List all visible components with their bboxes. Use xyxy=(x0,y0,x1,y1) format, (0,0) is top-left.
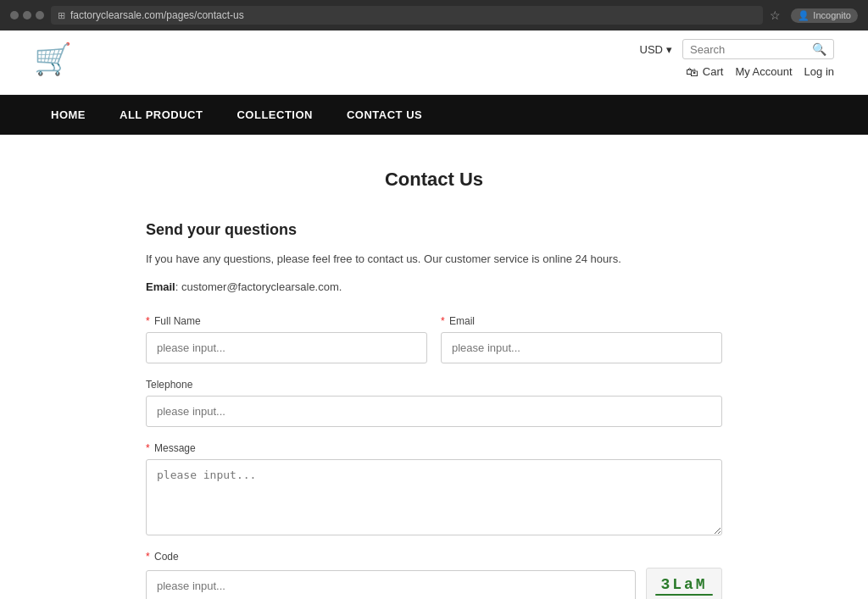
my-account-link[interactable]: My Account xyxy=(735,65,792,78)
nav-item-contact-us[interactable]: CONTACT US xyxy=(330,95,439,135)
search-icon[interactable]: 🔍 xyxy=(812,42,826,56)
cart-link[interactable]: 🛍 Cart xyxy=(686,64,724,79)
header-right: USD ▾ 🔍 🛍 Cart My Account Log in xyxy=(640,39,834,79)
form-row-telephone: Telephone xyxy=(146,379,722,427)
section-heading: Send your questions xyxy=(146,221,722,239)
captcha-text: 3LaM xyxy=(660,576,707,593)
contact-form: * Full Name * Email Telephon xyxy=(146,315,722,599)
currency-label: USD xyxy=(640,43,663,56)
form-row-name-email: * Full Name * Email xyxy=(146,315,722,363)
code-required-mark: * xyxy=(146,551,150,563)
code-input-wrap xyxy=(146,570,636,599)
nav-item-home[interactable]: HOME xyxy=(34,95,103,135)
nav-item-all-product[interactable]: ALL PRODUCT xyxy=(103,95,220,135)
form-group-message: * Message xyxy=(146,442,722,535)
code-row: 3LaM xyxy=(146,568,722,599)
main-content: Contact Us Send your questions If you ha… xyxy=(53,135,815,599)
form-group-telephone: Telephone xyxy=(146,379,722,427)
message-required-mark: * xyxy=(146,442,150,454)
incognito-icon: 👤 xyxy=(798,10,810,21)
nav-item-collection[interactable]: COLLECTION xyxy=(220,95,330,135)
code-label: * Code xyxy=(146,551,722,563)
email-required-mark: * xyxy=(441,315,445,327)
header-actions: 🛍 Cart My Account Log in xyxy=(686,64,834,79)
browser-actions: ☆ 👤 Incognito xyxy=(770,8,858,23)
browser-chrome: ⊞ factoryclearsale.com/pages/contact-us … xyxy=(0,0,868,31)
captcha-underline xyxy=(655,594,713,596)
site-header: 🛒 USD ▾ 🔍 🛍 Cart My Account Log in xyxy=(0,31,868,95)
browser-dot-3 xyxy=(36,11,44,19)
email-value[interactable]: customer@factoryclearsale.com. xyxy=(181,280,342,293)
form-group-fullname: * Full Name xyxy=(146,315,427,363)
email-input[interactable] xyxy=(441,332,722,363)
nav-link-home[interactable]: HOME xyxy=(34,95,103,135)
currency-chevron-icon: ▾ xyxy=(666,43,672,56)
form-row-message: * Message xyxy=(146,442,722,535)
message-label: * Message xyxy=(146,442,722,454)
form-row-code: * Code 3LaM xyxy=(146,551,722,599)
email-field-label: * Email xyxy=(441,315,722,327)
nav-link-all-product[interactable]: ALL PRODUCT xyxy=(103,95,220,135)
currency-selector[interactable]: USD ▾ xyxy=(640,43,672,56)
header-top: 🛒 USD ▾ 🔍 🛍 Cart My Account Log in xyxy=(34,39,834,79)
email-label: Email xyxy=(146,280,175,293)
form-group-email: * Email xyxy=(441,315,722,363)
browser-dot-2 xyxy=(23,11,31,19)
bookmark-icon[interactable]: ☆ xyxy=(770,8,781,22)
section-description: If you have any questions, please feel f… xyxy=(146,251,722,269)
nav-list: HOME ALL PRODUCT COLLECTION CONTACT US xyxy=(34,95,834,135)
telephone-input[interactable] xyxy=(146,396,722,427)
page-title: Contact Us xyxy=(70,169,798,191)
fullname-required-mark: * xyxy=(146,315,150,327)
header-top-row: USD ▾ 🔍 xyxy=(640,39,834,59)
code-input[interactable] xyxy=(146,570,636,599)
site-nav: HOME ALL PRODUCT COLLECTION CONTACT US xyxy=(0,95,868,135)
login-link[interactable]: Log in xyxy=(804,65,834,78)
logo-cart-icon: 🛒 xyxy=(34,42,72,77)
browser-dots xyxy=(10,11,44,19)
address-bar[interactable]: ⊞ factoryclearsale.com/pages/contact-us xyxy=(51,6,763,25)
contact-section: Send your questions If you have any ques… xyxy=(146,221,722,599)
search-input[interactable] xyxy=(690,43,809,56)
incognito-label: Incognito xyxy=(813,10,851,20)
email-line: Email: customer@factoryclearsale.com. xyxy=(146,280,722,293)
nav-link-contact-us[interactable]: CONTACT US xyxy=(330,95,439,135)
captcha-image[interactable]: 3LaM xyxy=(646,568,722,599)
url-text: factoryclearsale.com/pages/contact-us xyxy=(70,9,244,21)
cart-bag-icon: 🛍 xyxy=(686,64,698,79)
fullname-label: * Full Name xyxy=(146,315,427,327)
site-icon: ⊞ xyxy=(58,10,65,21)
cart-label: Cart xyxy=(703,65,724,78)
message-textarea[interactable] xyxy=(146,459,722,535)
browser-dot-1 xyxy=(10,11,19,19)
logo-area[interactable]: 🛒 xyxy=(34,42,72,77)
search-bar[interactable]: 🔍 xyxy=(682,39,834,59)
fullname-input[interactable] xyxy=(146,332,427,363)
nav-link-collection[interactable]: COLLECTION xyxy=(220,95,330,135)
incognito-indicator: 👤 Incognito xyxy=(791,8,858,23)
telephone-label: Telephone xyxy=(146,379,722,391)
form-group-code: * Code 3LaM xyxy=(146,551,722,599)
